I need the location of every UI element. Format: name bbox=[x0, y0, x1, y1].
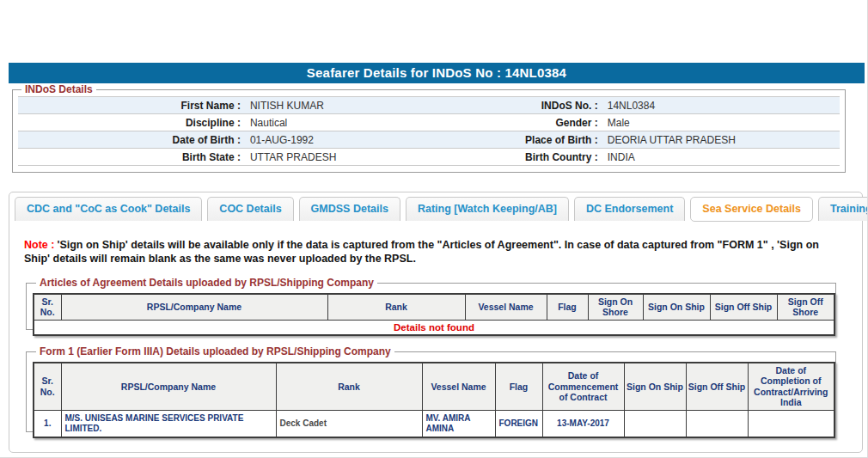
indos-no-value: 14NL0384 bbox=[602, 97, 840, 114]
tab-bar: CDC and "CoC as Cook" Details COC Detail… bbox=[15, 197, 868, 222]
indos-row: Discipline : Nautical Gender : Male bbox=[18, 114, 840, 131]
col-sr-no: Sr. No. bbox=[34, 363, 61, 410]
gender-value: Male bbox=[602, 114, 840, 131]
col-sign-on-ship: Sign On Ship bbox=[624, 363, 686, 410]
form1-table: Sr. No. RPSL/Company Name Rank Vessel Na… bbox=[33, 362, 835, 438]
col-rpsl-company-name: RPSL/Company Name bbox=[61, 294, 327, 320]
col-sign-on-ship: Sign On Ship bbox=[643, 294, 710, 320]
indos-details-table: First Name : NITISH KUMAR INDoS No. : 14… bbox=[18, 96, 840, 166]
col-sign-off-ship: Sign Off Ship bbox=[710, 294, 777, 320]
col-sign-off-ship: Sign Off Ship bbox=[686, 363, 748, 410]
place-of-birth-label: Place of Birth : bbox=[474, 131, 602, 149]
indos-row: Date of Birth : 01-AUG-1992 Place of Bir… bbox=[18, 131, 840, 149]
tab-coc-details[interactable]: COC Details bbox=[207, 197, 293, 221]
form1-data-row: 1. M/S. UNISEAS MARINE SERVICES PRIVATE … bbox=[34, 410, 834, 437]
tab-training-details[interactable]: Training Details bbox=[818, 197, 868, 221]
cell-company-name: M/S. UNISEAS MARINE SERVICES PRIVATE LIM… bbox=[61, 410, 276, 437]
page-title: Seafarer Details for INDoS No : 14NL0384 bbox=[9, 63, 865, 83]
col-rank: Rank bbox=[276, 363, 422, 410]
col-date-of-commencement: Date of Commencement of Contract bbox=[542, 363, 624, 410]
col-vessel-name: Vessel Name bbox=[422, 363, 495, 410]
col-flag: Flag bbox=[547, 294, 588, 320]
tab-gmdss-details[interactable]: GMDSS Details bbox=[299, 197, 400, 221]
note-text: Note :'Sign on Ship' details will be ava… bbox=[24, 238, 842, 266]
articles-empty-row: Details not found bbox=[34, 320, 834, 335]
gender-label: Gender : bbox=[474, 114, 602, 131]
articles-of-agreement-fieldset: Articles of Agreement Details uploaded b… bbox=[26, 277, 836, 330]
col-sign-off-shore: Sign Off Shore bbox=[777, 294, 834, 320]
col-sign-on-shore: Sign On Shore bbox=[588, 294, 643, 320]
first-name-value: NITISH KUMAR bbox=[244, 97, 474, 114]
articles-header-row: Sr. No. RPSL/Company Name Rank Vessel Na… bbox=[34, 294, 834, 320]
form1-legend: Form 1 (Earlier Form IIIA) Details uploa… bbox=[36, 345, 394, 357]
tab-sea-service-details[interactable]: Sea Service Details bbox=[690, 197, 813, 222]
tab-cdc-coc-as-cook-details[interactable]: CDC and "CoC as Cook" Details bbox=[15, 197, 202, 221]
date-of-birth-label: Date of Birth : bbox=[18, 131, 244, 149]
cell-completion-date bbox=[748, 410, 834, 437]
cell-rank: Deck Cadet bbox=[276, 410, 422, 437]
form1-header-row: Sr. No. RPSL/Company Name Rank Vessel Na… bbox=[34, 363, 834, 410]
indos-no-label: INDoS No. : bbox=[474, 97, 602, 114]
articles-of-agreement-table: Sr. No. RPSL/Company Name Rank Vessel Na… bbox=[33, 293, 835, 336]
cell-vessel-name: MV. AMIRA AMINA bbox=[422, 410, 495, 437]
col-sr-no: Sr. No. bbox=[34, 294, 61, 320]
col-date-of-completion: Date of Completion of Contract/Arriving … bbox=[748, 363, 834, 410]
cell-sr-no: 1. bbox=[34, 410, 61, 437]
birth-country-value: INDIA bbox=[602, 149, 840, 166]
indos-details-legend: INDoS Details bbox=[21, 83, 96, 95]
cell-flag: FOREIGN bbox=[495, 410, 542, 437]
col-rank: Rank bbox=[327, 294, 465, 320]
indos-row: Birth State : UTTAR PRADESH Birth Countr… bbox=[18, 149, 840, 166]
birth-state-value: UTTAR PRADESH bbox=[244, 149, 474, 166]
note-body: 'Sign on Ship' details will be available… bbox=[24, 239, 819, 265]
cell-sign-on-ship bbox=[624, 410, 686, 437]
tab-dc-endorsement[interactable]: DC Endorsement bbox=[574, 197, 685, 221]
cell-commencement-date: 13-MAY-2017 bbox=[542, 410, 624, 437]
col-rpsl-company-name: RPSL/Company Name bbox=[61, 363, 276, 410]
discipline-value: Nautical bbox=[244, 114, 474, 131]
birth-state-label: Birth State : bbox=[18, 149, 244, 166]
details-not-found-message: Details not found bbox=[34, 320, 834, 335]
birth-country-label: Birth Country : bbox=[474, 149, 602, 166]
discipline-label: Discipline : bbox=[18, 114, 244, 131]
first-name-label: First Name : bbox=[18, 97, 244, 114]
date-of-birth-value: 01-AUG-1992 bbox=[244, 131, 474, 149]
indos-row: First Name : NITISH KUMAR INDoS No. : 14… bbox=[18, 97, 840, 114]
col-vessel-name: Vessel Name bbox=[465, 294, 547, 320]
col-flag: Flag bbox=[495, 363, 542, 410]
cell-sign-off-ship bbox=[686, 410, 748, 437]
tab-rating-watch-keeping-ab[interactable]: Rating [Watch Keeping/AB] bbox=[406, 197, 569, 221]
place-of-birth-value: DEORIA UTTAR PRADESH bbox=[602, 131, 840, 149]
articles-of-agreement-legend: Articles of Agreement Details uploaded b… bbox=[36, 277, 377, 289]
note-label: Note : bbox=[24, 239, 54, 251]
indos-details-fieldset: INDoS Details First Name : NITISH KUMAR … bbox=[12, 83, 846, 173]
form1-fieldset: Form 1 (Earlier Form IIIA) Details uploa… bbox=[26, 345, 836, 432]
